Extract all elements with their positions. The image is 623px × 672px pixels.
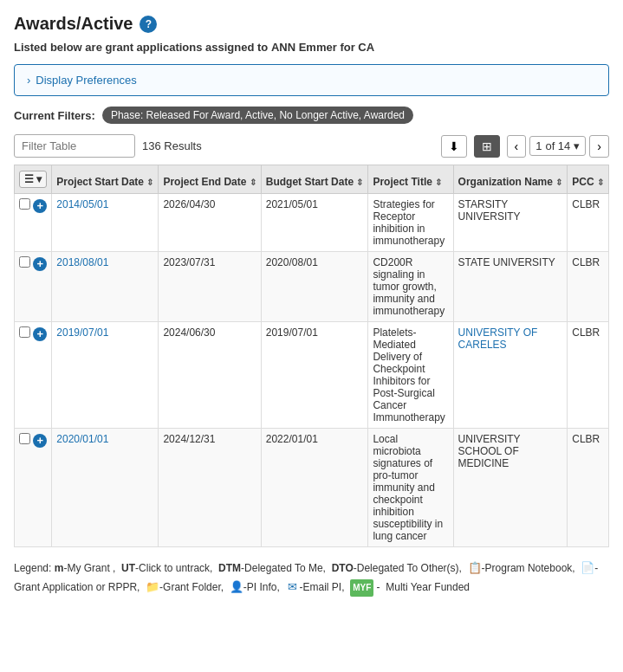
email-icon: ✉ [285, 579, 299, 593]
page-info: 1 of 14 ▾ [529, 136, 586, 156]
sort-icon-end[interactable]: ⇕ [250, 178, 256, 187]
cell-project-title: CD200R signaling in tumor growth, immuni… [368, 252, 453, 322]
cell-org-name: UNIVERSITY OF CARELES [453, 322, 568, 429]
org-name-link[interactable]: UNIVERSITY OF CARELES [458, 326, 538, 351]
sort-icon-pcc[interactable]: ⇕ [597, 178, 604, 187]
legend-ut: UT [121, 562, 135, 574]
download-button[interactable]: ⬇ [441, 135, 467, 158]
cell-pcc: CLBR [568, 429, 609, 547]
cell-budget-start: 2021/05/01 [261, 194, 368, 252]
cell-project-title: Local microbiota signatures of pro-tumor… [368, 429, 453, 547]
prev-page-button[interactable]: ‹ [507, 135, 527, 158]
display-prefs-box: › Display Preferences [14, 64, 609, 96]
row-checkbox[interactable] [19, 256, 30, 268]
cell-end-date: 2024/06/30 [159, 322, 261, 429]
start-date-link[interactable]: 2020/01/01 [56, 433, 108, 445]
table-row: + 2020/01/01 2024/12/31 2022/01/01 Local… [15, 429, 609, 547]
current-filters-row: Current Filters: Phase: Released For Awa… [14, 107, 609, 124]
sort-icon-title[interactable]: ⇕ [435, 178, 442, 187]
grid-icon: ⊞ [482, 139, 492, 153]
cell-org-name: STATE UNIVERSITY [453, 252, 568, 322]
expand-row-button[interactable]: + [33, 257, 47, 271]
page-title: Awards/Active [14, 14, 133, 34]
cell-end-date: 2024/12/31 [159, 429, 261, 547]
expand-row-button[interactable]: + [33, 199, 47, 213]
prev-icon: ‹ [515, 139, 519, 153]
cell-end-date: 2023/07/31 [159, 252, 261, 322]
subtitle: Listed below are grant applications assi… [14, 41, 609, 54]
toolbar: 136 Results ⬇ ⊞ ‹ 1 of 14 ▾ › [14, 134, 609, 158]
cell-pcc: CLBR [568, 252, 609, 322]
col-header-settings: ☰ ▾ [15, 165, 52, 194]
sort-icon-budget[interactable]: ⇕ [356, 178, 363, 187]
pagination: ‹ 1 of 14 ▾ › [507, 135, 610, 158]
start-date-link[interactable]: 2019/07/01 [56, 326, 108, 339]
cell-pcc: CLBR [568, 322, 609, 429]
display-prefs-button[interactable]: › Display Preferences [27, 74, 137, 87]
cell-budget-start: 2020/08/01 [261, 252, 368, 322]
cell-start-date: 2014/05/01 [52, 194, 159, 252]
display-prefs-label: Display Preferences [36, 74, 136, 87]
pdf-icon: 📄 [581, 561, 594, 575]
chevron-down-icon: ▾ [574, 139, 580, 152]
notebook-icon: 📋 [468, 561, 482, 575]
legend: Legend: m-My Grant , UT-Click to untrack… [14, 559, 609, 597]
cell-start-date: 2019/07/01 [52, 322, 159, 429]
page-current: 1 [535, 139, 542, 152]
pi-info-icon: 👤 [230, 579, 243, 593]
download-icon: ⬇ [449, 139, 459, 153]
sort-icon-start[interactable]: ⇕ [146, 178, 153, 187]
table-row: + 2014/05/01 2026/04/30 2021/05/01 Strat… [15, 194, 609, 252]
legend-dto: DTO [332, 562, 354, 574]
col-header-budget-start: Budget Start Date ⇕ [261, 165, 368, 194]
expand-row-button[interactable]: + [33, 434, 47, 448]
grid-view-button[interactable]: ⊞ [474, 135, 500, 158]
column-settings-button[interactable]: ☰ ▾ [19, 171, 47, 188]
cell-budget-start: 2022/01/01 [261, 429, 368, 547]
cell-end-date: 2026/04/30 [159, 194, 261, 252]
col-header-project-title: Project Title ⇕ [368, 165, 453, 194]
chevron-right-icon: › [27, 74, 30, 87]
row-controls: + [15, 429, 52, 547]
cell-start-date: 2020/01/01 [52, 429, 159, 547]
myf-badge: MYF [350, 579, 373, 597]
cell-org-name: UNIVERSITY SCHOOL OF MEDICINE [453, 429, 568, 547]
col-header-org-name: Organization Name ⇕ [453, 165, 568, 194]
row-controls: + [15, 252, 52, 322]
expand-row-button[interactable]: + [33, 327, 47, 341]
cell-start-date: 2018/08/01 [52, 252, 159, 322]
start-date-link[interactable]: 2014/05/01 [56, 198, 108, 210]
table-row: + 2019/07/01 2024/06/30 2019/07/01 Plate… [15, 322, 609, 429]
page-total: of 14 [545, 139, 570, 152]
filter-table-input[interactable] [14, 134, 135, 158]
results-count: 136 Results [142, 139, 202, 152]
cell-project-title: Strategies for Receptor inhibition in im… [368, 194, 453, 252]
legend-dtm: DTM [218, 562, 241, 574]
legend-m: m [55, 562, 64, 574]
start-date-link[interactable]: 2018/08/01 [56, 256, 108, 268]
cell-project-title: Platelets-Mediated Delivery of Checkpoin… [368, 322, 453, 429]
table-row: + 2018/08/01 2023/07/31 2020/08/01 CD200… [15, 252, 609, 322]
next-page-button[interactable]: › [589, 135, 609, 158]
col-header-start-date: Project Start Date ⇕ [52, 165, 159, 194]
current-filters-label: Current Filters: [14, 109, 95, 122]
row-checkbox[interactable] [19, 433, 30, 444]
row-controls: + [15, 194, 52, 252]
sort-icon-org[interactable]: ⇕ [555, 178, 562, 187]
folder-icon: 📁 [146, 579, 159, 593]
cell-org-name: STARSITY UNIVERSITY [453, 194, 568, 252]
row-controls: + [15, 322, 52, 429]
help-icon[interactable]: ? [140, 16, 157, 33]
results-table: ☰ ▾ Project Start Date ⇕ Project End Dat… [14, 165, 609, 547]
row-checkbox[interactable] [19, 326, 30, 338]
row-checkbox[interactable] [19, 198, 30, 210]
filter-badge[interactable]: Phase: Released For Award, Active, No Lo… [102, 107, 413, 124]
cell-pcc: CLBR [568, 194, 609, 252]
col-header-pcc: PCC ⇕ [568, 165, 609, 194]
next-icon: › [597, 139, 601, 153]
cell-budget-start: 2019/07/01 [261, 322, 368, 429]
col-header-end-date: Project End Date ⇕ [159, 165, 261, 194]
